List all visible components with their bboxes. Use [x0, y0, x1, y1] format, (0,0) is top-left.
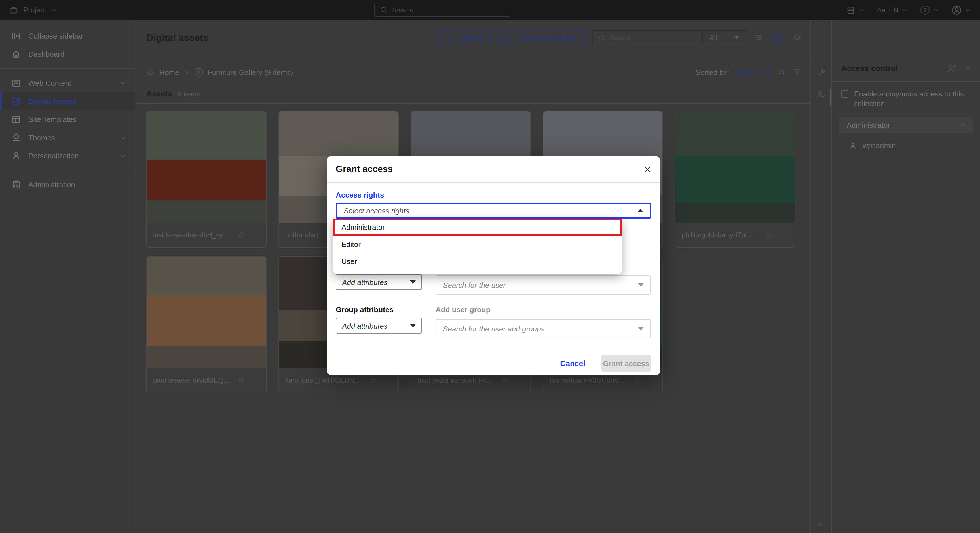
- asset-name: toa-heftiba-FV3GConV...: [550, 376, 628, 384]
- grant-access-button[interactable]: Grant access: [601, 355, 651, 372]
- star-icon[interactable]: ☆: [237, 230, 245, 240]
- divider: [769, 66, 770, 78]
- star-icon[interactable]: ☆: [501, 375, 509, 385]
- dropdown-option-editor[interactable]: Editor: [334, 236, 622, 252]
- user-attributes-select[interactable]: Add attributes: [336, 274, 422, 290]
- user-search-placeholder: Search for the user: [443, 281, 506, 289]
- star-icon[interactable]: ☆: [237, 375, 245, 385]
- group-search-combobox[interactable]: Search for the user and groups: [436, 319, 651, 338]
- sidebar-item-label: Personalization: [29, 151, 79, 160]
- upload-label: Upload: [458, 34, 483, 42]
- asset-card[interactable]: inside-weather-dbH_vy... ☆ ···: [146, 111, 267, 248]
- breadcrumb: Home i Furniture Gallery (9 items) Sorte…: [136, 56, 810, 88]
- sidebar-item-label: Administration: [29, 180, 75, 189]
- person-icon: [849, 142, 857, 150]
- wrench-icon[interactable]: [817, 67, 826, 77]
- sidebar-item-label: Web Content: [29, 78, 71, 87]
- sidebar: Collapse sidebar Dashboard Web Content D…: [0, 20, 136, 533]
- site-templates-icon: [11, 114, 21, 124]
- gear-icon[interactable]: ⚙: [793, 33, 802, 43]
- global-search-input[interactable]: [392, 6, 505, 14]
- user-search-combobox[interactable]: Search for the user: [436, 275, 651, 295]
- asset-search-input[interactable]: [610, 34, 698, 42]
- overflow-menu-icon[interactable]: ···: [250, 376, 260, 385]
- sidebar-item-site-templates[interactable]: Site Templates: [0, 110, 135, 128]
- overflow-menu-icon[interactable]: ···: [646, 376, 656, 385]
- filter-icon[interactable]: [792, 67, 801, 77]
- dropdown-option-user[interactable]: User: [334, 252, 622, 270]
- list-view-button[interactable]: [754, 33, 764, 43]
- anonymous-access-checkbox[interactable]: [841, 90, 848, 97]
- sidebar-item-themes[interactable]: Themes: [0, 128, 135, 147]
- asset-card[interactable]: paul-weaver-nWidMEQ... ☆ ···: [146, 256, 267, 393]
- chevron-down-icon: [120, 80, 126, 86]
- chevron-down-icon: [858, 7, 864, 13]
- sidebar-item-personalization[interactable]: Personalization: [0, 147, 135, 164]
- cancel-button[interactable]: Cancel: [560, 359, 585, 367]
- overflow-menu-icon[interactable]: ···: [514, 376, 524, 385]
- group-attributes-placeholder: Add attributes: [342, 322, 387, 330]
- sidebar-item-web-content[interactable]: Web Content: [0, 74, 135, 92]
- sidebar-item-digital-assets[interactable]: Digital Assets: [0, 92, 135, 110]
- collapse-sidebar-icon: [11, 31, 21, 41]
- overflow-menu-icon[interactable]: ···: [382, 376, 392, 385]
- sort-direction-icon[interactable]: [778, 67, 787, 77]
- sidebar-item-label: Themes: [29, 133, 55, 142]
- create-collection-label: Create collection: [518, 34, 578, 42]
- topbar-actions: Aa EN ?: [839, 5, 971, 15]
- user-plus-icon[interactable]: [947, 63, 957, 73]
- briefcase-icon: [9, 5, 18, 14]
- asset-card[interactable]: phillip-goldsberry-fZul... ☆ ···: [675, 111, 795, 248]
- user-menu[interactable]: [951, 5, 971, 15]
- create-collection-button[interactable]: Create collection: [498, 30, 585, 45]
- dropdown-option-administrator[interactable]: Administrator: [334, 219, 622, 236]
- sort-label: Sorted by:: [695, 68, 729, 77]
- grid-view-button[interactable]: [771, 30, 786, 45]
- breadcrumb-home[interactable]: Home: [159, 68, 179, 77]
- info-icon[interactable]: i: [194, 68, 203, 77]
- access-rights-select[interactable]: Select access rights: [336, 203, 651, 219]
- close-icon[interactable]: [643, 165, 652, 173]
- asset-card-footer: inside-weather-dbH_vy... ☆ ···: [147, 222, 266, 247]
- access-panel-header: Access control: [832, 20, 980, 82]
- add-user-group-label: Add user group: [436, 305, 490, 314]
- asset-thumbnail[interactable]: [147, 111, 266, 222]
- web-content-icon: [11, 78, 21, 88]
- star-icon[interactable]: ☆: [633, 375, 641, 385]
- sidebar-item-administration[interactable]: Administration: [0, 176, 135, 193]
- group-attributes-select[interactable]: Add attributes: [336, 318, 422, 334]
- overflow-menu-icon[interactable]: ···: [250, 231, 260, 239]
- star-icon[interactable]: ☆: [765, 230, 773, 240]
- asset-name: inside-weather-dbH_vy...: [153, 231, 232, 239]
- app-root: Project Aa EN: [0, 0, 980, 533]
- sidebar-item-dashboard[interactable]: Dashboard: [0, 45, 135, 63]
- project-switcher[interactable]: Project: [9, 5, 57, 14]
- group-attributes-label: Group attributes: [336, 305, 394, 314]
- asset-name: phillip-goldsberry-fZul...: [682, 231, 760, 239]
- chevron-down-icon: [965, 7, 971, 13]
- asset-thumbnail[interactable]: [147, 257, 266, 368]
- page-title: Digital assets: [146, 32, 208, 43]
- user-check-icon[interactable]: [816, 90, 826, 100]
- global-search: [374, 3, 511, 17]
- overflow-menu-icon[interactable]: ···: [778, 231, 788, 239]
- asset-card-footer: paul-weaver-nWidMEQ... ☆ ···: [147, 368, 266, 393]
- upload-button[interactable]: Upload: [438, 30, 490, 45]
- close-icon[interactable]: [964, 64, 972, 72]
- search-scope-value: All: [710, 34, 718, 42]
- star-icon[interactable]: ☆: [369, 375, 377, 385]
- header-actions: Upload Create collection All: [438, 30, 801, 45]
- devices-menu[interactable]: [846, 5, 864, 14]
- expand-panel-icon[interactable]: »: [817, 519, 822, 528]
- search-scope-dropdown[interactable]: All: [702, 31, 746, 45]
- asset-thumbnail[interactable]: [675, 111, 795, 222]
- sort-controls: Sorted by: Date: [695, 66, 801, 78]
- help-menu[interactable]: ?: [920, 5, 939, 14]
- group-search-placeholder: Search for the user and groups: [443, 324, 544, 333]
- sidebar-item-collapse[interactable]: Collapse sidebar: [0, 27, 135, 45]
- language-menu[interactable]: Aa EN: [877, 6, 907, 14]
- administrator-section-header[interactable]: Administrator: [839, 117, 973, 133]
- anonymous-access-label: Enable anonymous access to this collecti…: [854, 89, 972, 109]
- sort-value-dropdown[interactable]: Date: [735, 68, 751, 77]
- access-panel-title: Access control: [841, 64, 939, 73]
